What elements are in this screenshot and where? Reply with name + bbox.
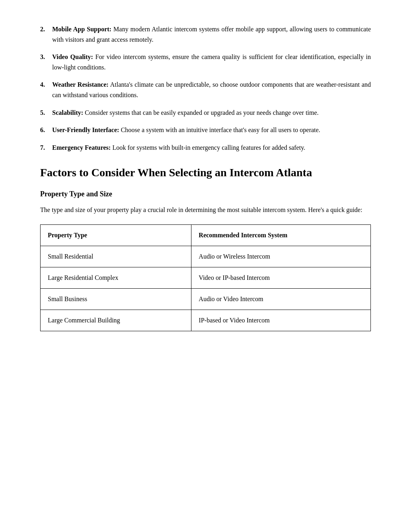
- sub-heading: Property Type and Size: [40, 190, 371, 198]
- list-text-3: For video intercom systems, ensure the c…: [52, 53, 371, 71]
- list-item-4: 4. Weather Resistance: Atlanta's climate…: [40, 79, 371, 100]
- feature-list: 2. Mobile App Support: Many modern Atlan…: [40, 24, 371, 153]
- property-type-2: Large Residential Complex: [41, 267, 191, 289]
- table-row: Large Commercial Building IP-based or Vi…: [41, 310, 371, 331]
- page-content: 2. Mobile App Support: Many modern Atlan…: [0, 0, 411, 355]
- list-text-6: Choose a system with an intuitive interf…: [119, 126, 320, 133]
- property-table-container: Property Type Recommended Intercom Syste…: [40, 224, 371, 331]
- property-type-1: Small Residential: [41, 246, 191, 267]
- list-content-7: Emergency Features: Look for systems wit…: [52, 143, 371, 153]
- list-label-7: Emergency Features:: [52, 144, 111, 151]
- column-header-property-type: Property Type: [41, 225, 191, 246]
- list-label-5: Scalability:: [52, 109, 83, 116]
- list-text-5: Consider systems that can be easily expa…: [83, 109, 318, 116]
- list-number-5: 5.: [40, 108, 52, 118]
- list-number-2: 2.: [40, 24, 52, 35]
- intro-paragraph: The type and size of your property play …: [40, 205, 371, 215]
- recommended-system-4: IP-based or Video Intercom: [191, 310, 371, 331]
- list-label-3: Video Quality:: [52, 53, 93, 60]
- table-header-row: Property Type Recommended Intercom Syste…: [41, 225, 371, 246]
- list-text-7: Look for systems with built-in emergency…: [111, 144, 305, 151]
- list-content-5: Scalability: Consider systems that can b…: [52, 108, 371, 118]
- list-label-4: Weather Resistance:: [52, 81, 108, 88]
- list-item-5: 5. Scalability: Consider systems that ca…: [40, 108, 371, 118]
- list-number-6: 6.: [40, 125, 52, 135]
- list-item-2: 2. Mobile App Support: Many modern Atlan…: [40, 24, 371, 45]
- property-type-3: Small Business: [41, 289, 191, 310]
- list-item-7: 7. Emergency Features: Look for systems …: [40, 143, 371, 153]
- list-content-3: Video Quality: For video intercom system…: [52, 52, 371, 72]
- list-content-4: Weather Resistance: Atlanta's climate ca…: [52, 79, 371, 100]
- table-row: Large Residential Complex Video or IP-ba…: [41, 267, 371, 289]
- list-label-6: User-Friendly Interface:: [52, 126, 119, 133]
- column-header-recommended-system: Recommended Intercom System: [191, 225, 371, 246]
- list-content-6: User-Friendly Interface: Choose a system…: [52, 125, 371, 135]
- table-row: Small Residential Audio or Wireless Inte…: [41, 246, 371, 267]
- section-heading: Factors to Consider When Selecting an In…: [40, 165, 371, 180]
- list-number-4: 4.: [40, 79, 52, 90]
- list-label-2: Mobile App Support:: [52, 26, 112, 33]
- property-type-4: Large Commercial Building: [41, 310, 191, 331]
- recommended-system-1: Audio or Wireless Intercom: [191, 246, 371, 267]
- list-item-3: 3. Video Quality: For video intercom sys…: [40, 52, 371, 72]
- property-table: Property Type Recommended Intercom Syste…: [40, 224, 371, 331]
- list-item-6: 6. User-Friendly Interface: Choose a sys…: [40, 125, 371, 135]
- list-number-7: 7.: [40, 143, 52, 153]
- list-content-2: Mobile App Support: Many modern Atlantic…: [52, 24, 371, 45]
- recommended-system-3: Audio or Video Intercom: [191, 289, 371, 310]
- table-row: Small Business Audio or Video Intercom: [41, 289, 371, 310]
- list-number-3: 3.: [40, 52, 52, 62]
- recommended-system-2: Video or IP-based Intercom: [191, 267, 371, 289]
